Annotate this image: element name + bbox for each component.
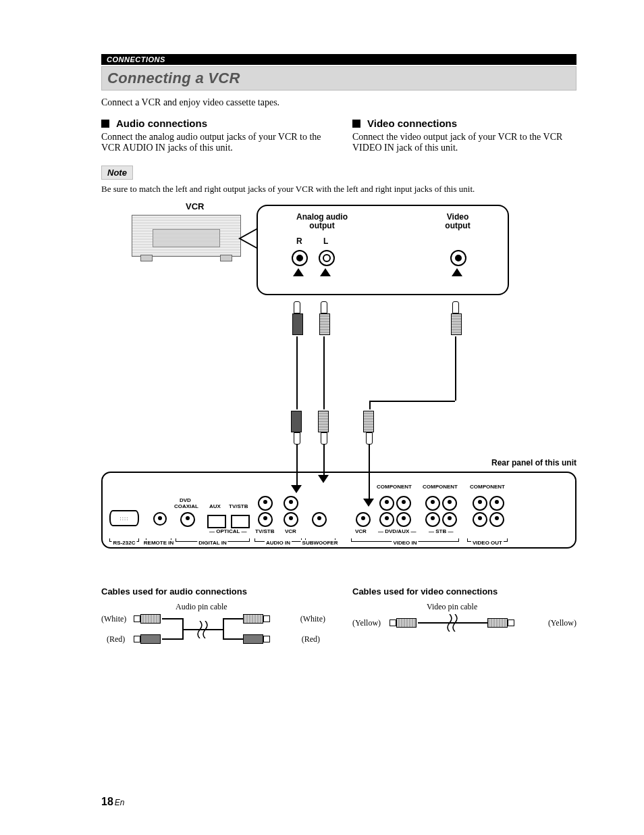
rca-plug-icon	[319, 301, 329, 335]
note-text: Be sure to match the left and right outp…	[101, 184, 576, 195]
cable-wire	[296, 336, 298, 409]
cable-wire	[323, 445, 325, 475]
panel-text-component: COMPONENT	[470, 484, 505, 490]
svg-marker-2	[452, 268, 462, 276]
panel-label-videoin: VIDEO IN	[392, 540, 418, 546]
panel-text-coaxial: COAXIAL	[174, 503, 198, 509]
svg-marker-0	[293, 268, 304, 276]
audio-jack-icon	[258, 496, 273, 511]
video-body: Connect the video output jack of your VC…	[352, 132, 576, 153]
page-number-value: 18	[101, 796, 113, 807]
white-label: (White)	[101, 614, 126, 624]
yellow-label: (Yellow)	[548, 618, 576, 628]
panel-label-videoout: VIDEO OUT	[471, 540, 504, 546]
rca-plug-icon	[243, 634, 270, 644]
cable-wire	[323, 336, 325, 409]
panel-label-digitalin: DIGITAL IN	[197, 540, 227, 546]
audio-jack-icon	[258, 512, 273, 527]
rca-plug-icon	[451, 301, 460, 335]
component-jack-icon	[425, 496, 440, 511]
component-jack-icon	[442, 496, 457, 511]
panel-label-audioin: AUDIO IN	[265, 540, 292, 546]
subwoofer-jack-icon	[312, 512, 327, 527]
rca-plug-icon	[292, 301, 302, 335]
panel-label-stb: — STB —	[429, 528, 453, 534]
optical-port-icon	[231, 515, 250, 528]
video-heading-row: Video connections	[352, 118, 576, 129]
video-column: Video connections Connect the video outp…	[352, 118, 576, 153]
red-label: (Red)	[302, 634, 320, 644]
component-jack-icon	[473, 496, 487, 511]
panel-text-tvstb: TV/STB	[229, 503, 248, 509]
red-label: (Red)	[107, 634, 125, 644]
audio-jack-icon	[284, 496, 298, 511]
channel-l-label: L	[323, 237, 328, 246]
audio-heading-row: Audio connections	[101, 118, 325, 129]
rca-plug-icon	[134, 634, 161, 644]
remote-in-jack-icon	[153, 512, 167, 526]
panel-text-vcr: VCR	[285, 528, 296, 534]
cable-break-icon	[197, 621, 208, 638]
bullet-square-icon	[101, 120, 109, 128]
cable-wire	[455, 336, 456, 401]
page-number: 18En	[101, 796, 124, 808]
cable-break-icon	[447, 614, 458, 632]
channel-r-label: R	[296, 237, 302, 246]
vcr-output-callout: Analog audio output R L Video output	[257, 205, 509, 295]
rca-plug-icon	[365, 411, 374, 445]
note-label: Note	[101, 166, 133, 180]
cable-wire	[369, 401, 455, 402]
arrow-up-icon	[293, 268, 304, 278]
component-jack-icon	[396, 512, 411, 527]
optical-port-icon	[207, 515, 226, 528]
rs232c-port-icon: ::::	[109, 510, 139, 526]
title-bar: Connecting a VCR	[101, 66, 576, 91]
rca-jack-r-icon	[292, 250, 308, 266]
component-jack-icon	[379, 512, 394, 527]
video-output-label: Video output	[437, 213, 478, 230]
component-jack-icon	[489, 496, 504, 511]
cable-section: Cables used for audio connections Audio …	[101, 586, 576, 656]
manual-page: CONNECTIONS Connecting a VCR Connect a V…	[0, 0, 644, 835]
audio-column: Audio connections Connect the analog aud…	[101, 118, 325, 153]
panel-label-remotein: REMOTE IN	[142, 540, 175, 546]
cable-audio-graphic: Audio pin cable (White) (White) (Red) (R…	[101, 602, 325, 656]
panel-label-subwoofer: SUBWOOFER	[301, 540, 340, 546]
rca-jack-l-icon	[319, 250, 335, 266]
cable-video-graphic: Video pin cable (Yellow) (Yellow)	[352, 602, 576, 656]
svg-marker-1	[320, 268, 331, 276]
rca-jack-video-icon	[450, 250, 466, 266]
page-title: Connecting a VCR	[107, 70, 570, 87]
component-jack-icon	[442, 512, 457, 527]
panel-label-dvdaux: — DVD/AUX —	[378, 528, 416, 534]
panel-text-tvstb: TV/STB	[255, 528, 274, 534]
two-column-body: Audio connections Connect the analog aud…	[101, 118, 576, 153]
white-label: (White)	[300, 614, 325, 624]
intro-text: Connect a VCR and enjoy video cassette t…	[101, 97, 576, 108]
panel-text-component: COMPONENT	[377, 484, 412, 490]
rca-plug-icon	[134, 614, 161, 624]
video-pin-cable-label: Video pin cable	[427, 602, 477, 612]
yellow-label: (Yellow)	[352, 618, 381, 628]
audio-heading: Audio connections	[116, 118, 207, 129]
component-jack-icon	[425, 512, 440, 527]
connection-diagram: VCR Analog audio output R L Video output	[101, 201, 576, 566]
audio-jack-icon	[284, 512, 298, 527]
cable-audio-heading: Cables used for audio connections	[101, 586, 325, 597]
panel-label-optical: — OPTICAL —	[209, 528, 246, 534]
rear-panel-label: Rear panel of this unit	[491, 458, 576, 467]
audio-body: Connect the analog audio output jacks of…	[101, 132, 325, 153]
cable-audio-col: Cables used for audio connections Audio …	[101, 586, 325, 656]
vcr-tape-slot-icon	[153, 229, 220, 247]
rear-panel: ::::	[101, 472, 576, 549]
rca-plug-icon	[243, 614, 270, 624]
rca-plug-icon	[487, 618, 514, 628]
coaxial-jack-icon	[180, 512, 195, 527]
panel-text-component: COMPONENT	[423, 484, 458, 490]
panel-text-vcr: VCR	[355, 528, 367, 534]
audio-pin-cable-label: Audio pin cable	[176, 602, 227, 612]
cable-video-col: Cables used for video connections Video …	[352, 586, 576, 656]
component-jack-icon	[396, 496, 411, 511]
page-lang: En	[115, 798, 125, 807]
cable-wire	[369, 401, 371, 409]
